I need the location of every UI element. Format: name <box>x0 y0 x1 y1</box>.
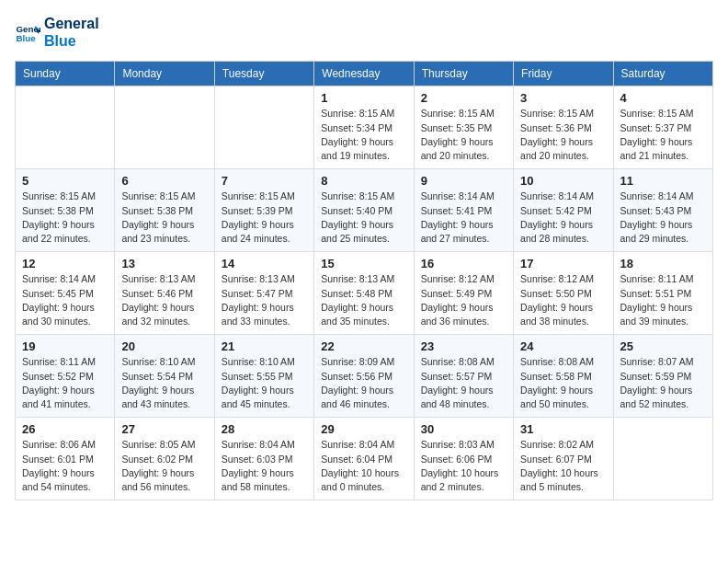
calendar-cell: 13Sunrise: 8:13 AM Sunset: 5:46 PM Dayli… <box>115 252 214 335</box>
day-number: 17 <box>520 257 606 270</box>
calendar-cell <box>16 86 115 169</box>
day-info: Sunrise: 8:06 AM Sunset: 6:01 PM Dayligh… <box>22 438 108 494</box>
logo-icon: General Blue <box>15 19 40 45</box>
day-info: Sunrise: 8:08 AM Sunset: 5:58 PM Dayligh… <box>520 355 606 411</box>
header-day-saturday: Saturday <box>613 62 712 86</box>
header-day-monday: Monday <box>115 62 214 86</box>
day-info: Sunrise: 8:15 AM Sunset: 5:38 PM Dayligh… <box>121 190 207 246</box>
day-info: Sunrise: 8:03 AM Sunset: 6:06 PM Dayligh… <box>421 438 506 494</box>
calendar-cell: 25Sunrise: 8:07 AM Sunset: 5:59 PM Dayli… <box>613 335 712 418</box>
day-info: Sunrise: 8:14 AM Sunset: 5:43 PM Dayligh… <box>620 190 706 246</box>
day-info: Sunrise: 8:15 AM Sunset: 5:40 PM Dayligh… <box>321 190 406 246</box>
calendar-cell: 21Sunrise: 8:10 AM Sunset: 5:55 PM Dayli… <box>214 335 313 418</box>
day-number: 8 <box>321 174 406 188</box>
day-info: Sunrise: 8:07 AM Sunset: 5:59 PM Dayligh… <box>620 355 706 411</box>
day-info: Sunrise: 8:11 AM Sunset: 5:52 PM Dayligh… <box>22 355 108 411</box>
calendar-cell: 8Sunrise: 8:15 AM Sunset: 5:40 PM Daylig… <box>314 169 414 252</box>
day-number: 21 <box>222 339 307 353</box>
day-number: 20 <box>121 339 207 353</box>
header-day-tuesday: Tuesday <box>214 62 313 86</box>
day-info: Sunrise: 8:10 AM Sunset: 5:54 PM Dayligh… <box>121 355 207 411</box>
day-info: Sunrise: 8:11 AM Sunset: 5:51 PM Dayligh… <box>620 272 706 328</box>
calendar-cell: 19Sunrise: 8:11 AM Sunset: 5:52 PM Dayli… <box>16 335 115 418</box>
calendar-cell: 16Sunrise: 8:12 AM Sunset: 5:49 PM Dayli… <box>414 252 513 335</box>
day-info: Sunrise: 8:14 AM Sunset: 5:42 PM Dayligh… <box>520 190 606 246</box>
logo-blue: Blue <box>44 32 99 50</box>
week-row-5: 26Sunrise: 8:06 AM Sunset: 6:01 PM Dayli… <box>16 418 713 500</box>
calendar-cell: 20Sunrise: 8:10 AM Sunset: 5:54 PM Dayli… <box>115 335 214 418</box>
day-info: Sunrise: 8:15 AM Sunset: 5:39 PM Dayligh… <box>222 190 307 246</box>
calendar-cell: 24Sunrise: 8:08 AM Sunset: 5:58 PM Dayli… <box>514 335 613 418</box>
day-number: 31 <box>520 422 606 436</box>
day-number: 6 <box>121 174 207 188</box>
day-info: Sunrise: 8:15 AM Sunset: 5:35 PM Dayligh… <box>421 107 506 163</box>
day-info: Sunrise: 8:15 AM Sunset: 5:34 PM Dayligh… <box>321 107 406 163</box>
day-info: Sunrise: 8:14 AM Sunset: 5:41 PM Dayligh… <box>421 190 506 246</box>
calendar-cell <box>214 86 313 169</box>
calendar-cell: 28Sunrise: 8:04 AM Sunset: 6:03 PM Dayli… <box>214 418 313 500</box>
day-number: 26 <box>22 422 108 436</box>
header-day-thursday: Thursday <box>414 62 513 86</box>
calendar-table: SundayMondayTuesdayWednesdayThursdayFrid… <box>15 61 713 500</box>
day-info: Sunrise: 8:12 AM Sunset: 5:50 PM Dayligh… <box>520 272 606 328</box>
week-row-1: 1Sunrise: 8:15 AM Sunset: 5:34 PM Daylig… <box>16 86 713 169</box>
calendar-cell: 11Sunrise: 8:14 AM Sunset: 5:43 PM Dayli… <box>613 169 712 252</box>
header-day-wednesday: Wednesday <box>314 62 414 86</box>
calendar-cell: 30Sunrise: 8:03 AM Sunset: 6:06 PM Dayli… <box>414 418 513 500</box>
calendar-cell: 29Sunrise: 8:04 AM Sunset: 6:04 PM Dayli… <box>314 418 414 500</box>
calendar-cell: 1Sunrise: 8:15 AM Sunset: 5:34 PM Daylig… <box>314 86 414 169</box>
day-info: Sunrise: 8:10 AM Sunset: 5:55 PM Dayligh… <box>222 355 307 411</box>
day-number: 25 <box>620 339 706 353</box>
week-row-3: 12Sunrise: 8:14 AM Sunset: 5:45 PM Dayli… <box>16 252 713 335</box>
day-number: 29 <box>321 422 406 436</box>
day-info: Sunrise: 8:15 AM Sunset: 5:37 PM Dayligh… <box>620 107 706 163</box>
week-row-4: 19Sunrise: 8:11 AM Sunset: 5:52 PM Dayli… <box>16 335 713 418</box>
day-info: Sunrise: 8:12 AM Sunset: 5:49 PM Dayligh… <box>421 272 506 328</box>
calendar-cell: 4Sunrise: 8:15 AM Sunset: 5:37 PM Daylig… <box>613 86 712 169</box>
week-row-2: 5Sunrise: 8:15 AM Sunset: 5:38 PM Daylig… <box>16 169 713 252</box>
day-number: 1 <box>321 91 406 105</box>
day-info: Sunrise: 8:13 AM Sunset: 5:48 PM Dayligh… <box>321 272 406 328</box>
logo-general: General <box>44 15 99 32</box>
calendar-cell: 9Sunrise: 8:14 AM Sunset: 5:41 PM Daylig… <box>414 169 513 252</box>
calendar-cell: 23Sunrise: 8:08 AM Sunset: 5:57 PM Dayli… <box>414 335 513 418</box>
header-day-sunday: Sunday <box>16 62 115 86</box>
day-info: Sunrise: 8:08 AM Sunset: 5:57 PM Dayligh… <box>421 355 506 411</box>
day-number: 2 <box>421 91 506 105</box>
day-number: 3 <box>520 91 606 105</box>
calendar-cell: 6Sunrise: 8:15 AM Sunset: 5:38 PM Daylig… <box>115 169 214 252</box>
calendar-header: SundayMondayTuesdayWednesdayThursdayFrid… <box>16 62 713 86</box>
calendar-cell: 10Sunrise: 8:14 AM Sunset: 5:42 PM Dayli… <box>514 169 613 252</box>
calendar-cell: 7Sunrise: 8:15 AM Sunset: 5:39 PM Daylig… <box>214 169 313 252</box>
day-number: 12 <box>22 257 108 270</box>
calendar-cell: 17Sunrise: 8:12 AM Sunset: 5:50 PM Dayli… <box>514 252 613 335</box>
day-number: 24 <box>520 339 606 353</box>
day-info: Sunrise: 8:04 AM Sunset: 6:04 PM Dayligh… <box>321 438 406 494</box>
day-number: 5 <box>22 174 108 188</box>
calendar-cell: 2Sunrise: 8:15 AM Sunset: 5:35 PM Daylig… <box>414 86 513 169</box>
calendar-cell: 27Sunrise: 8:05 AM Sunset: 6:02 PM Dayli… <box>115 418 214 500</box>
svg-text:Blue: Blue <box>16 33 36 43</box>
calendar-cell: 18Sunrise: 8:11 AM Sunset: 5:51 PM Dayli… <box>613 252 712 335</box>
day-number: 16 <box>421 257 506 270</box>
day-info: Sunrise: 8:15 AM Sunset: 5:36 PM Dayligh… <box>520 107 606 163</box>
calendar-cell: 15Sunrise: 8:13 AM Sunset: 5:48 PM Dayli… <box>314 252 414 335</box>
day-number: 28 <box>222 422 307 436</box>
calendar-cell: 26Sunrise: 8:06 AM Sunset: 6:01 PM Dayli… <box>16 418 115 500</box>
day-info: Sunrise: 8:14 AM Sunset: 5:45 PM Dayligh… <box>22 272 108 328</box>
calendar-cell: 3Sunrise: 8:15 AM Sunset: 5:36 PM Daylig… <box>514 86 613 169</box>
day-info: Sunrise: 8:13 AM Sunset: 5:46 PM Dayligh… <box>121 272 207 328</box>
calendar-body: 1Sunrise: 8:15 AM Sunset: 5:34 PM Daylig… <box>16 86 713 500</box>
day-info: Sunrise: 8:05 AM Sunset: 6:02 PM Dayligh… <box>121 438 207 494</box>
calendar-cell: 22Sunrise: 8:09 AM Sunset: 5:56 PM Dayli… <box>314 335 414 418</box>
calendar-cell <box>613 418 712 500</box>
header-day-friday: Friday <box>514 62 613 86</box>
day-info: Sunrise: 8:15 AM Sunset: 5:38 PM Dayligh… <box>22 190 108 246</box>
calendar-cell: 14Sunrise: 8:13 AM Sunset: 5:47 PM Dayli… <box>214 252 313 335</box>
day-number: 27 <box>121 422 207 436</box>
header-row: SundayMondayTuesdayWednesdayThursdayFrid… <box>16 62 713 86</box>
calendar-cell <box>115 86 214 169</box>
day-number: 13 <box>121 257 207 270</box>
day-number: 15 <box>321 257 406 270</box>
day-number: 19 <box>22 339 108 353</box>
